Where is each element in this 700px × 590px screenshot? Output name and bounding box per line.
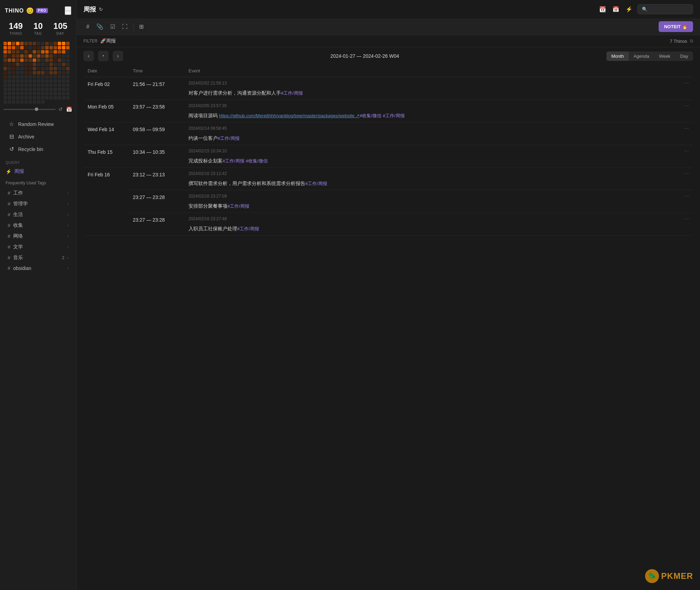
heatmap-cell xyxy=(29,96,32,99)
tab-month[interactable]: Month xyxy=(606,51,629,61)
event-tag[interactable]: #收集/微信 xyxy=(246,158,268,165)
heatmap-cell xyxy=(54,50,57,54)
tag-wangluo[interactable]: # 网络 › xyxy=(3,231,73,241)
more-icon[interactable]: ··· xyxy=(684,216,689,222)
query-item-zhoubao[interactable]: ⚡ 周报 xyxy=(0,166,76,177)
heatmap-cell xyxy=(66,88,70,91)
heatmap-cell xyxy=(20,42,24,45)
heatmap-slider[interactable] xyxy=(3,109,56,110)
heatmap-cell xyxy=(20,63,24,66)
prev-button[interactable]: ‹ xyxy=(83,51,94,61)
event-tag[interactable]: #工作/周报 xyxy=(227,203,249,210)
heatmap-cell xyxy=(8,67,11,70)
filter-icon[interactable]: ⚡ xyxy=(624,5,634,14)
sidebar-item-random-review[interactable]: ☆ Random Review xyxy=(3,118,73,130)
tab-day[interactable]: Day xyxy=(675,51,693,61)
today-button[interactable]: • xyxy=(98,51,108,61)
refresh-icon[interactable]: ↺ xyxy=(58,106,63,113)
more-icon[interactable]: ··· xyxy=(684,170,689,177)
stats-row: 149 THINO 10 TAG 105 DAY xyxy=(0,20,76,40)
tab-agenda[interactable]: Agenda xyxy=(629,51,654,61)
heatmap-cell xyxy=(54,58,57,62)
event-tag[interactable]: #工作/周报 xyxy=(281,90,303,97)
tag-yinyue[interactable]: # 音乐 2 › xyxy=(3,253,73,263)
next-button[interactable]: › xyxy=(113,51,123,61)
sidebar-item-recycle-bin[interactable]: ↺ Recycle bin xyxy=(3,143,73,155)
event-content: 入职员工社保账户处理#工作/周报 xyxy=(188,224,689,232)
event-tag[interactable]: #工作/周报 xyxy=(383,112,405,119)
random-review-label: Random Review xyxy=(18,121,54,127)
search-box[interactable]: 🔍 xyxy=(637,4,693,14)
heatmap-cell xyxy=(24,50,28,54)
sidebar-item-archive[interactable]: ⊟ Archive xyxy=(3,130,73,143)
stat-thino: 149 THINO xyxy=(9,21,23,35)
hash-icon[interactable]: # xyxy=(83,22,92,31)
heatmap-cell xyxy=(16,83,19,87)
heatmap-cell xyxy=(16,63,19,66)
heatmap-cell xyxy=(3,100,7,104)
heatmap-cell xyxy=(24,79,28,83)
heatmap-cell xyxy=(33,42,36,45)
heatmap-cell xyxy=(33,96,36,99)
event-tags: #工作/周报#收集/微信 xyxy=(223,158,268,165)
more-icon[interactable]: ··· xyxy=(684,103,689,109)
heatmap-cell xyxy=(33,83,36,87)
heatmap-cell xyxy=(3,83,7,87)
copy-icon[interactable]: ⧉ xyxy=(690,38,693,44)
recycle-icon: ↺ xyxy=(8,146,15,152)
heatmap-cell xyxy=(37,58,40,62)
time-cell: 21:56 — 21:57 xyxy=(129,77,184,100)
heatmap-cell xyxy=(37,96,40,99)
event-tag[interactable]: #工作/周报 xyxy=(223,158,244,165)
heatmap-cell xyxy=(62,58,65,62)
event-tag[interactable]: #工作/周报 xyxy=(305,180,327,187)
calendar-view-icon[interactable]: 📆 xyxy=(598,5,608,14)
heatmap-cell xyxy=(37,54,40,58)
tab-week[interactable]: Week xyxy=(654,51,675,61)
heatmap-cell xyxy=(62,75,65,79)
grid-icon[interactable]: ⊞ xyxy=(136,22,146,31)
tag-guanlixue[interactable]: # 管理学 › xyxy=(3,199,73,209)
table-body: Fri Feb 0221:56 — 21:572024/02/02 21:56:… xyxy=(83,77,693,236)
calendar-icon[interactable]: 📅 xyxy=(65,106,73,113)
expand-icon[interactable]: ⛶ xyxy=(119,22,130,31)
checklist-icon[interactable]: ☑ xyxy=(107,22,118,31)
heatmap-cell xyxy=(45,67,49,70)
tag-left: # 音乐 xyxy=(8,255,23,261)
more-icon[interactable]: ··· xyxy=(684,148,689,154)
tag-shoucang[interactable]: # 收集 › xyxy=(3,220,73,231)
heatmap-cell xyxy=(29,63,32,66)
more-icon[interactable]: ··· xyxy=(684,80,689,86)
tags-section-label: Frequently Used Tags xyxy=(0,177,76,188)
noteit-button[interactable]: NOTEIT 🔥 xyxy=(659,21,693,32)
heatmap-cell xyxy=(20,79,24,83)
event-tag[interactable]: #工作/周报 xyxy=(237,225,259,232)
heatmap-controls: ↺ 📅 xyxy=(3,106,73,113)
table-row: Fri Feb 1623:12 — 23:132024/02/16 23:12:… xyxy=(83,168,693,190)
heatmap-cell xyxy=(62,50,65,54)
heatmap-cell xyxy=(8,79,11,83)
tag-gongzuo[interactable]: # 工作 › xyxy=(3,188,73,198)
heatmap-cell xyxy=(66,58,70,62)
tag-wenxue[interactable]: # 文学 › xyxy=(3,242,73,252)
tag-shenghuo[interactable]: # 生活 › xyxy=(3,209,73,220)
more-icon[interactable]: ··· xyxy=(684,193,689,199)
heatmap-cell xyxy=(45,96,49,99)
event-tag[interactable]: #收集/微信 xyxy=(360,112,381,119)
event-link[interactable]: https://github.com/Mereithhh/vanblog/tre… xyxy=(219,113,360,118)
filter-value[interactable]: 🚀周报 xyxy=(100,38,116,44)
calendar-alt-icon[interactable]: 📅 xyxy=(611,5,621,14)
attachment-icon[interactable]: 📎 xyxy=(94,22,106,31)
heatmap-cell xyxy=(41,54,45,58)
tag-name: 网络 xyxy=(13,233,23,239)
event-tag[interactable]: #工作/周报 xyxy=(218,135,240,142)
chevron-right-icon: › xyxy=(67,255,69,260)
heatmap-cell xyxy=(24,42,28,45)
tag-obsidian[interactable]: # obsidian › xyxy=(3,263,73,273)
heatmap-cell xyxy=(8,100,11,104)
more-icon[interactable]: ··· xyxy=(684,125,689,131)
heatmap-cell xyxy=(41,63,45,66)
more-button[interactable]: ··· xyxy=(65,6,71,15)
date-cell: Wed Feb 14 xyxy=(83,122,129,145)
hash-icon: # xyxy=(8,244,10,250)
